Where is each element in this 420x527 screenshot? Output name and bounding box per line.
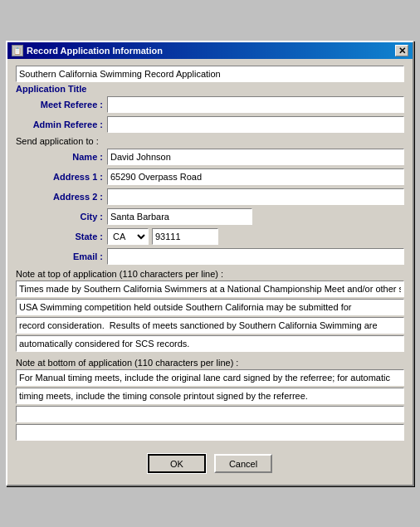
city-input[interactable] [107, 208, 252, 225]
close-button[interactable]: ✕ [395, 45, 408, 56]
note-top-input-4[interactable] [16, 335, 404, 352]
note-bottom-input-2[interactable] [16, 388, 404, 404]
email-row: Email : [16, 248, 404, 265]
note-bottom-input-3[interactable] [16, 406, 404, 422]
note-top-input-1[interactable] [16, 281, 404, 297]
state-select[interactable]: CA NY TX [107, 228, 149, 245]
admin-referee-label: Admin Referee : [16, 120, 107, 129]
note-top-input-2[interactable] [16, 299, 404, 315]
address2-input[interactable] [107, 188, 404, 205]
meet-referee-input[interactable] [107, 96, 404, 113]
ok-button[interactable]: OK [148, 454, 206, 473]
send-label: Send application to : [16, 136, 404, 146]
note-bottom-label: Note at bottom of application (110 chara… [16, 358, 404, 368]
note-top-input-3[interactable] [16, 317, 404, 334]
app-title-label: Application Title [16, 84, 404, 94]
address2-row: Address 2 : [16, 188, 404, 205]
address1-label: Address 1 : [16, 172, 107, 182]
window-icon: 📋 [12, 45, 23, 56]
title-bar-left: 📋 Record Application Information [12, 45, 163, 56]
button-row: OK Cancel [16, 449, 404, 478]
cancel-button[interactable]: Cancel [214, 454, 272, 473]
email-label: Email : [16, 251, 107, 261]
city-label: City : [16, 212, 107, 222]
window: 📋 Record Application Information ✕ Appli… [6, 41, 414, 486]
name-row: Name : [16, 149, 404, 165]
note-bottom-input-4[interactable] [16, 424, 404, 441]
window-title: Record Application Information [27, 46, 163, 56]
zip-input[interactable] [152, 228, 218, 245]
address1-row: Address 1 : [16, 168, 404, 185]
name-label: Name : [16, 152, 107, 162]
note-bottom-input-1[interactable] [16, 369, 404, 386]
note-top-label: Note at top of application (110 characte… [16, 269, 404, 279]
form-content: Application Title Meet Referee : Admin R… [7, 59, 413, 485]
app-title-input[interactable] [16, 66, 404, 82]
city-row: City : [16, 208, 404, 225]
meet-referee-row: Meet Referee : [16, 96, 404, 113]
name-input[interactable] [107, 149, 404, 165]
email-input[interactable] [107, 248, 404, 265]
address2-label: Address 2 : [16, 192, 107, 202]
admin-referee-input[interactable] [107, 116, 404, 133]
meet-referee-label: Meet Referee : [16, 100, 107, 110]
address1-input[interactable] [107, 168, 404, 185]
title-bar: 📋 Record Application Information ✕ [7, 42, 413, 59]
state-zip-group: CA NY TX [107, 228, 404, 245]
state-zip-row: State : CA NY TX [16, 228, 404, 245]
admin-referee-row: Admin Referee : [16, 116, 404, 133]
state-label: State : [16, 232, 107, 242]
